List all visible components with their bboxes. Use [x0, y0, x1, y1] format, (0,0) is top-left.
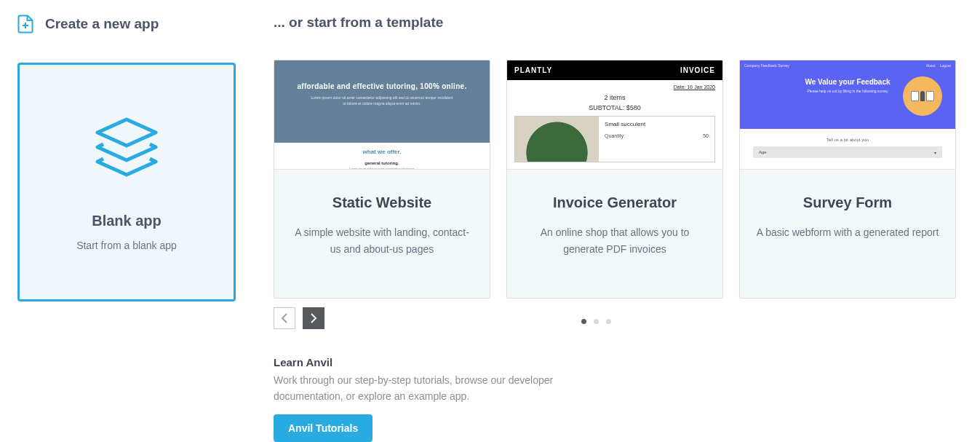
- carousel-dot[interactable]: [594, 319, 599, 324]
- carousel-prev-button[interactable]: [274, 307, 295, 329]
- thumb-field: Age ▾: [753, 146, 942, 158]
- create-title: Create a new app: [45, 16, 159, 32]
- chevron-left-icon: [281, 313, 288, 323]
- layers-icon: [92, 114, 162, 186]
- blank-app-subtitle: Start from a blank app: [76, 240, 177, 251]
- thumb-date: Date: 16 Jan 2020: [507, 80, 722, 91]
- thumb-offer-title: general tutoring.: [364, 161, 399, 165]
- template-desc: A simple website with landing, contact-u…: [290, 224, 474, 258]
- thumb-offer-label: what we offer.: [363, 149, 402, 155]
- thumb-qty-value: 50: [703, 133, 709, 138]
- blank-app-card[interactable]: Blank app Start from a blank app: [17, 63, 236, 301]
- carousel-dot[interactable]: [581, 319, 586, 324]
- thumb-subtotal: SUBTOTAL: $580: [507, 103, 722, 116]
- add-file-icon: [17, 15, 33, 33]
- carousel-dots: [230, 319, 963, 324]
- template-title: ... or start from a template: [274, 15, 443, 31]
- template-thumb: affordable and effective tutoring, 100% …: [274, 60, 490, 170]
- thumb-brand: Company Feedback Survey: [744, 63, 789, 68]
- carousel-dot[interactable]: [606, 319, 611, 324]
- thumb-item-name: Small succulent: [605, 121, 709, 127]
- templates-list: affordable and effective tutoring, 100% …: [274, 60, 963, 299]
- thumb-items: 2 items: [507, 91, 722, 103]
- thumb-doc-label: INVOICE: [680, 66, 715, 74]
- thumb-top-link: Logout: [940, 63, 951, 68]
- thumb-plant-image: [515, 117, 599, 162]
- blank-app-title: Blank app: [92, 213, 162, 229]
- template-desc: An online shop that allows you to genera…: [523, 224, 706, 258]
- thumb-headline: affordable and effective tutoring, 100% …: [297, 82, 466, 90]
- thumb-brand: PLANTLY: [514, 66, 552, 74]
- learn-section: Learn Anvil Work through our step-by-ste…: [274, 356, 963, 442]
- chevron-down-icon: ▾: [934, 150, 936, 155]
- thumb-offer-sub: Lorem ipsum dolor sit amet consectetur a…: [349, 167, 415, 170]
- thumb-subtext: Lorem ipsum dolor sit amet consectetur a…: [309, 95, 455, 106]
- thumb-section-label: Tell us a bit about you: [753, 138, 942, 142]
- tutorials-button[interactable]: Anvil Tutorials: [274, 414, 373, 442]
- create-header: Create a new app: [17, 15, 274, 33]
- learn-desc: Work through our step-by-step tutorials,…: [274, 373, 623, 404]
- template-title: Static Website: [290, 194, 474, 211]
- template-title: Invoice Generator: [523, 194, 706, 211]
- carousel-next-button[interactable]: [303, 307, 324, 329]
- carousel-controls: [274, 307, 963, 329]
- template-card-invoice-generator[interactable]: PLANTLY INVOICE Date: 16 Jan 2020 2 item…: [506, 60, 723, 299]
- template-card-static-website[interactable]: affordable and effective tutoring, 100% …: [274, 60, 490, 299]
- template-desc: A basic webform with a generated report: [756, 224, 939, 241]
- thumb-illustration: [903, 76, 942, 116]
- template-card-survey-form[interactable]: Company Feedback Survey About Logout We …: [739, 60, 956, 299]
- template-header: ... or start from a template: [274, 15, 963, 31]
- learn-title: Learn Anvil: [274, 356, 963, 368]
- chevron-right-icon: [310, 313, 317, 323]
- thumb-qty-label: Quantity:: [605, 133, 625, 138]
- thumb-top-link: About: [926, 63, 936, 68]
- template-thumb: Company Feedback Survey About Logout We …: [740, 60, 955, 170]
- template-title: Survey Form: [756, 194, 939, 211]
- template-thumb: PLANTLY INVOICE Date: 16 Jan 2020 2 item…: [507, 60, 722, 170]
